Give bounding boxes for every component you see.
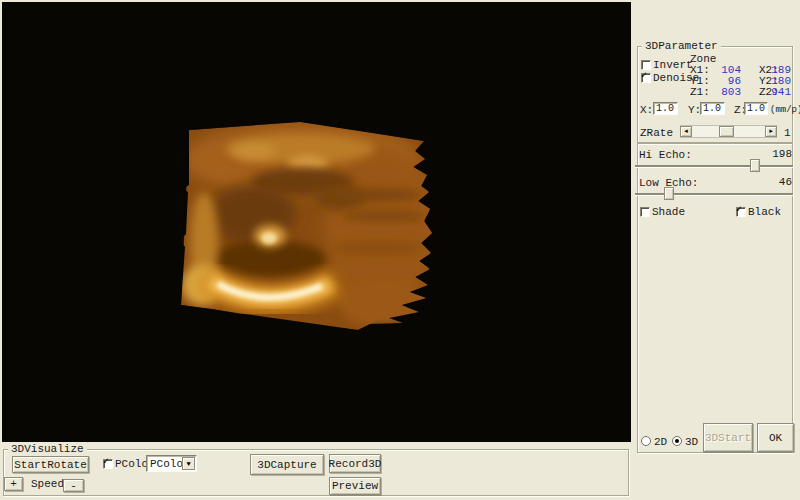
- app-window: { "icons": { "check": "✓", "scroll_left"…: [0, 0, 800, 500]
- x-spacing-field[interactable]: 1.0: [653, 102, 678, 115]
- parameter-group-title: 3DParameter: [642, 40, 721, 53]
- start-3d-button[interactable]: 3DStart: [703, 423, 753, 452]
- invert-label: Invert: [653, 59, 693, 71]
- hi-echo-label: Hi Echo:: [639, 149, 692, 161]
- shade-label: Shade: [652, 206, 685, 218]
- x-spacing-label: X:: [640, 104, 653, 116]
- speed-label: Speed: [31, 478, 64, 490]
- zrate-scroll-left-icon[interactable]: ◄: [680, 126, 692, 137]
- zone-z2-value: 941: [755, 86, 791, 98]
- pcolor-combobox[interactable]: PColor ▼: [146, 455, 197, 472]
- ultrasound-volume-render: [2, 2, 631, 442]
- shade-checkbox[interactable]: [640, 207, 650, 217]
- zrate-value: 1: [784, 127, 791, 139]
- low-echo-slider-track[interactable]: [635, 193, 793, 195]
- black-check-glyph: ✓: [736, 205, 742, 215]
- low-echo-slider-thumb[interactable]: [664, 187, 674, 200]
- denoise-checkbox[interactable]: ✓: [641, 73, 651, 83]
- mode-2d-radio[interactable]: [641, 436, 651, 446]
- speed-plus-button[interactable]: +: [4, 477, 23, 491]
- visualize-group-title: 3DVisualize: [8, 443, 87, 456]
- invert-checkbox[interactable]: [641, 60, 651, 70]
- combo-dropdown-arrow-icon[interactable]: ▼: [182, 457, 195, 470]
- zrate-scroll-right-icon[interactable]: ►: [765, 126, 777, 137]
- zrate-scroll-thumb[interactable]: [719, 126, 734, 137]
- denoise-check-glyph: ✓: [641, 71, 647, 81]
- spacing-unit-label: (mm/p): [770, 104, 800, 116]
- mode-3d-radio[interactable]: [672, 436, 682, 446]
- hi-echo-slider-track[interactable]: [635, 165, 793, 167]
- hi-echo-slider-thumb[interactable]: [750, 159, 760, 172]
- record-3d-button[interactable]: Record3D: [329, 454, 381, 473]
- black-label: Black: [748, 206, 781, 218]
- zone-z1-value: 803: [705, 86, 741, 98]
- ok-button[interactable]: OK: [757, 423, 794, 452]
- y-spacing-field[interactable]: 1.0: [700, 102, 725, 115]
- render-viewport[interactable]: [2, 2, 631, 442]
- mode-2d-label: 2D: [654, 436, 667, 448]
- echo-groupbox: [637, 143, 793, 453]
- speed-minus-button[interactable]: -: [63, 479, 84, 492]
- zrate-scrollbar[interactable]: ◄ ►: [680, 125, 777, 138]
- preview-button[interactable]: Preview: [329, 477, 381, 495]
- low-echo-value: 46: [745, 176, 792, 188]
- z-spacing-field[interactable]: 1.0: [744, 102, 768, 115]
- mode-3d-label: 3D: [685, 436, 698, 448]
- capture-3d-button[interactable]: 3DCapture: [250, 454, 324, 475]
- start-rotate-button[interactable]: StartRotate: [12, 456, 89, 473]
- pcolor-check-glyph: ✓: [103, 457, 109, 467]
- pcolor-checkbox[interactable]: ✓: [103, 459, 113, 469]
- black-checkbox[interactable]: ✓: [736, 207, 746, 217]
- zrate-label: ZRate: [640, 127, 673, 139]
